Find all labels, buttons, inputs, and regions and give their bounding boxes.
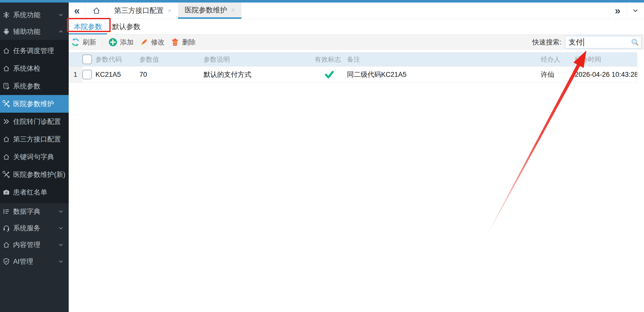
- pencil-icon: [139, 37, 149, 47]
- quick-search-label: 快速搜索:: [532, 38, 561, 47]
- sidebar-group-system-services[interactable]: 系统服务: [0, 220, 69, 236]
- sidebar-group-data-dictionary[interactable]: 数据字典: [0, 203, 69, 220]
- double-right-arrow-icon: »: [615, 6, 620, 16]
- subtab-hospital-params[interactable]: 本院参数: [69, 19, 107, 34]
- sidebar-item-label: 关键词句字典: [13, 152, 54, 161]
- table-header-row: 参数代码 参数值 参数说明 有效标志 备注 经办人 经办时间: [69, 53, 637, 66]
- add-button[interactable]: 添加: [108, 37, 134, 47]
- close-icon[interactable]: ×: [168, 7, 171, 15]
- search-icon[interactable]: [631, 38, 639, 46]
- main-area: « 第三方接口配置 × 医院参数维护 × » 本院参数 默认参数: [69, 3, 644, 312]
- col-header-desc[interactable]: 参数说明: [202, 55, 313, 64]
- tab-list-dropdown-button[interactable]: [626, 3, 644, 19]
- col-header-value[interactable]: 参数值: [138, 55, 202, 64]
- sidebar-item-hospital-params-new[interactable]: 医院参数维护(新): [0, 166, 69, 183]
- robot-icon: [3, 28, 10, 35]
- tab-label: 医院参数维护: [185, 5, 227, 15]
- sidebar-group-label: 系统功能: [13, 10, 40, 19]
- plus-circle-icon: [108, 37, 118, 47]
- sidebar-item-label: 系统参数: [13, 82, 40, 91]
- sidebar-item-inpatient-outpatient-config[interactable]: 住院转门诊配置: [0, 113, 69, 130]
- shield-check-icon: [3, 258, 10, 265]
- home-icon: [3, 241, 10, 249]
- quick-search: 快速搜索: 支付: [532, 36, 641, 49]
- list-icon: [3, 208, 10, 215]
- refresh-icon: [71, 37, 80, 47]
- expand-tabs-button[interactable]: »: [609, 3, 626, 19]
- select-all-checkbox[interactable]: [82, 55, 92, 64]
- sidebar-item-label: 系统体检: [13, 64, 40, 73]
- sidebar-item-label: 医院参数维护(新): [13, 170, 65, 179]
- sidebar-group-ai-management[interactable]: AI管理: [0, 253, 69, 270]
- collapse-tabs-button[interactable]: «: [69, 3, 85, 19]
- chevron-down-icon: [58, 208, 64, 215]
- col-header-code[interactable]: 参数代码: [94, 55, 138, 64]
- sidebar-item-system-checkup[interactable]: 系统体检: [0, 60, 69, 77]
- sidebar-item-label: 患者红名单: [13, 188, 47, 197]
- cell-desc: 默认的支付方式: [202, 70, 313, 79]
- edit-button[interactable]: 修改: [139, 37, 165, 47]
- col-header-time[interactable]: 经办时间: [573, 55, 637, 64]
- row-select-cell: [82, 70, 94, 79]
- top-accent-strip: [0, 0, 644, 3]
- headset-icon: [3, 224, 10, 232]
- row-number: 1: [69, 66, 82, 83]
- toolbar-divider: [102, 38, 103, 46]
- sidebar: 系统功能 辅助功能 任务调度管理 系统体检 系统参数 医院参数维护 住院转门诊配…: [0, 3, 69, 312]
- green-check-icon: [324, 69, 334, 80]
- tab-third-party-interface[interactable]: 第三方接口配置 ×: [108, 3, 178, 19]
- sidebar-item-task-scheduling[interactable]: 任务调度管理: [0, 42, 69, 60]
- refresh-label: 刷新: [83, 38, 96, 47]
- text-cursor: [583, 38, 584, 46]
- sidebar-item-hospital-params[interactable]: 医院参数维护: [0, 95, 69, 113]
- row-checkbox[interactable]: [82, 70, 92, 79]
- col-header-operator[interactable]: 经办人: [539, 55, 573, 64]
- cell-operator: 许仙: [539, 70, 573, 79]
- sidebar-item-system-params[interactable]: 系统参数: [0, 77, 69, 95]
- sidebar-group-content-management[interactable]: 内容管理: [0, 236, 69, 253]
- chevron-down-icon: [58, 12, 64, 18]
- chevron-down-icon: [58, 258, 64, 265]
- chevron-up-icon: [58, 28, 64, 35]
- chevron-down-icon: [632, 7, 639, 14]
- snowflake-icon: [3, 11, 10, 19]
- chevron-down-icon: [58, 225, 64, 231]
- sidebar-group-label: 辅助功能: [13, 27, 40, 36]
- tab-hospital-params[interactable]: 医院参数维护 ×: [178, 3, 241, 19]
- double-left-arrow-icon: «: [74, 6, 80, 16]
- cell-valid: [313, 69, 345, 80]
- tools-icon: [3, 171, 10, 178]
- col-header-valid[interactable]: 有效标志: [313, 55, 345, 64]
- cell-value: 70: [138, 71, 202, 79]
- quick-search-value: 支付: [569, 37, 583, 47]
- delete-button[interactable]: 删除: [170, 37, 196, 47]
- col-header-remark[interactable]: 备注: [345, 55, 539, 64]
- sidebar-group-system-functions[interactable]: 系统功能: [0, 7, 69, 23]
- home-tab-button[interactable]: [85, 3, 108, 19]
- row-number-header: [69, 53, 82, 66]
- chevron-down-icon: [58, 242, 64, 248]
- sidebar-group-auxiliary-functions[interactable]: 辅助功能: [0, 23, 69, 40]
- subtab-label: 本院参数: [74, 22, 102, 32]
- close-icon[interactable]: ×: [231, 6, 235, 14]
- tab-label: 第三方接口配置: [114, 6, 164, 15]
- sidebar-group-label: AI管理: [13, 257, 33, 266]
- refresh-button[interactable]: 刷新: [71, 37, 96, 47]
- home-icon: [92, 6, 101, 15]
- home-icon: [3, 47, 10, 55]
- select-all-cell: [82, 55, 94, 64]
- sidebar-item-patient-red-list[interactable]: 患者红名单: [0, 183, 69, 201]
- sidebar-item-label: 任务调度管理: [13, 46, 54, 55]
- sidebar-item-keyword-dictionary[interactable]: 关键词句字典: [0, 148, 69, 166]
- tools-icon: [3, 100, 10, 108]
- quick-search-input[interactable]: 支付: [565, 36, 641, 49]
- sub-tab-bar: 本院参数 默认参数: [69, 19, 644, 34]
- sidebar-submenu: 任务调度管理 系统体检 系统参数 医院参数维护 住院转门诊配置 第三方接口配置 …: [0, 40, 69, 203]
- sidebar-item-label: 第三方接口配置: [13, 135, 61, 144]
- subtab-default-params[interactable]: 默认参数: [107, 19, 145, 34]
- sidebar-group-label: 数据字典: [13, 207, 40, 216]
- table-row[interactable]: 1 KC21A5 70 默认的支付方式 同二级代码KC21A5 许仙 2026-…: [69, 66, 637, 83]
- sidebar-item-third-party-interface[interactable]: 第三方接口配置: [0, 130, 69, 148]
- toolbar: 刷新 添加 修改 删除 快速搜索: 支付: [69, 34, 644, 50]
- camera-icon: [3, 188, 10, 196]
